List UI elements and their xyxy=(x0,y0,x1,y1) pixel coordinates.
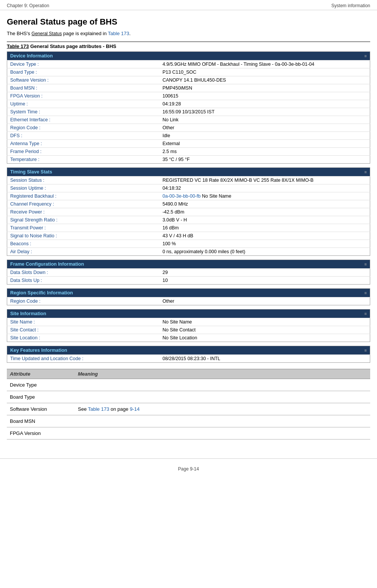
row-value: REGISTERED VC 18 Rate 8X/2X MIMO-B VC 25… xyxy=(160,176,370,184)
row-label: Antenna Type : xyxy=(7,140,160,148)
header-left: Chapter 9: Operation xyxy=(7,3,49,8)
meaning-page-link[interactable]: 9-14 xyxy=(130,406,140,412)
row-value: 29 xyxy=(160,269,370,277)
row-label: Board Type : xyxy=(7,68,160,76)
section-header-label-frame-configuration: Frame Configuration Information xyxy=(10,262,84,267)
section-collapse-icon-timing-slave-stats[interactable]: ≡ xyxy=(365,170,367,174)
meaning-row: Device Type xyxy=(7,379,370,391)
row-value: PMP450iMSN xyxy=(160,84,370,92)
section-collapse-icon-frame-configuration[interactable]: ≡ xyxy=(365,262,367,266)
section-table-region-specific: Region Specific Information≡Region Code … xyxy=(7,288,370,305)
meaning-value xyxy=(75,391,370,403)
footer-text: Page 9-14 xyxy=(178,466,199,472)
row-value: Idle xyxy=(160,132,370,140)
table-row: System Time :16:55:09 10/13/2015 IST xyxy=(7,108,370,116)
page-footer: Page 9-14 xyxy=(0,458,377,479)
section-table-frame-configuration: Frame Configuration Information≡Data Slo… xyxy=(7,260,370,285)
table-caption-title: General Status page attributes - BHS xyxy=(29,43,116,49)
meaning-row: Board MSN xyxy=(7,415,370,427)
table-row: Region Code :Other xyxy=(7,297,370,305)
intro-paragraph: The BHS's General Status page is explain… xyxy=(7,31,370,36)
row-value: 100 % xyxy=(160,240,370,248)
row-label: Signal Strength Ratio : xyxy=(7,216,160,224)
table-row: DFS :Idle xyxy=(7,132,370,140)
row-label: Region Code : xyxy=(7,297,160,305)
row-value: 16:55:09 10/13/2015 IST xyxy=(160,108,370,116)
meaning-row: Board Type xyxy=(7,391,370,403)
table-row: Uptime :04:19:28 xyxy=(7,100,370,108)
row-value: -42.5 dBm xyxy=(160,208,370,216)
row-value: 4.9/5.9GHz MIMO OFDM - Backhaul - Timing… xyxy=(160,60,370,68)
table-row: Beacons :100 % xyxy=(7,240,370,248)
info-tables-container: Device Information≡Device Type :4.9/5.9G… xyxy=(7,51,370,363)
section-header-label-timing-slave-stats: Timing Slave Stats xyxy=(10,169,52,175)
row-value: CANOPY 14.1 BHUL450-DES xyxy=(160,76,370,84)
section-collapse-icon-key-features[interactable]: ≡ xyxy=(365,348,367,353)
row-value: No Site Name xyxy=(160,318,370,326)
meaning-col-header: Meaning xyxy=(75,369,370,379)
table-row: FPGA Version :100615 xyxy=(7,92,370,100)
table-row: Device Type :4.9/5.9GHz MIMO OFDM - Back… xyxy=(7,60,370,68)
row-value: 16 dBm xyxy=(160,224,370,232)
table-row: Receive Power :-42.5 dBm xyxy=(7,208,370,216)
row-label: Transmit Power : xyxy=(7,224,160,232)
row-value: 04:19:28 xyxy=(160,100,370,108)
section-header-label-key-features: Key Features Information xyxy=(10,348,67,353)
row-label: Site Location : xyxy=(7,334,160,342)
meaning-link[interactable]: Table 173 xyxy=(88,406,109,412)
row-label: Beacons : xyxy=(7,240,160,248)
page-header: Chapter 9: Operation System information xyxy=(0,0,377,10)
meaning-col-header: Attribute xyxy=(7,369,75,379)
table-row: Antenna Type :External xyxy=(7,140,370,148)
row-value: 2.5 ms xyxy=(160,148,370,156)
table-row: Session Status :REGISTERED VC 18 Rate 8X… xyxy=(7,176,370,184)
section-collapse-icon-device-information[interactable]: ≡ xyxy=(365,54,367,58)
row-label: Time Updated and Location Code : xyxy=(7,355,160,363)
section-table-site-information: Site Information≡Site Name :No Site Name… xyxy=(7,309,370,342)
table-row: Signal to Noise Ratio :43 V / 43 H dB xyxy=(7,232,370,240)
table-row: Data Slots Up :10 xyxy=(7,277,370,285)
row-value: External xyxy=(160,140,370,148)
row-label: Signal to Noise Ratio : xyxy=(7,232,160,240)
section-header-label-region-specific: Region Specific Information xyxy=(10,290,73,296)
row-label: Data Slots Up : xyxy=(7,277,160,285)
row-value: 08/28/2015 08:23:30 - INTL xyxy=(160,355,370,363)
row-label: FPGA Version : xyxy=(7,92,160,100)
meaning-attribute: Software Version xyxy=(7,403,75,415)
row-label: Receive Power : xyxy=(7,208,160,216)
table-173-link[interactable]: Table 173 xyxy=(108,31,129,36)
row-label: DFS : xyxy=(7,132,160,140)
row-value: Other xyxy=(160,124,370,132)
table-row: Site Location :No Site Location xyxy=(7,334,370,342)
meaning-value: See Table 173 on page 9-14 xyxy=(75,403,370,415)
row-value: 0 ns, approximately 0.000 miles (0 feet) xyxy=(160,248,370,256)
meaning-row: FPGA Version xyxy=(7,427,370,439)
row-link[interactable]: 0a-00-3e-bb-00-fb xyxy=(163,193,201,199)
section-header-label-site-information: Site Information xyxy=(10,311,46,316)
section-collapse-icon-site-information[interactable]: ≡ xyxy=(365,311,367,316)
table-row: Registered Backhaul :0a-00-3e-bb-00-fb N… xyxy=(7,192,370,200)
row-label: Region Code : xyxy=(7,124,160,132)
table-row: Air Delay :0 ns, approximately 0.000 mil… xyxy=(7,248,370,256)
meaning-attribute: Board Type xyxy=(7,391,75,403)
row-label: Air Delay : xyxy=(7,248,160,256)
meaning-value xyxy=(75,415,370,427)
row-label: Temperature : xyxy=(7,156,160,164)
row-label: Channel Frequency : xyxy=(7,200,160,208)
row-value: P13 C110_SOC xyxy=(160,68,370,76)
intro-text-after: page is explained in xyxy=(62,31,108,36)
table-row: Site Contact :No Site Contact xyxy=(7,326,370,334)
table-row: Software Version :CANOPY 14.1 BHUL450-DE… xyxy=(7,76,370,84)
row-label: Device Type : xyxy=(7,60,160,68)
page-title: General Status page of BHS xyxy=(7,17,370,27)
meaning-attribute: FPGA Version xyxy=(7,427,75,439)
section-header-label-device-information: Device Information xyxy=(10,53,53,59)
row-value: 100615 xyxy=(160,92,370,100)
section-table-key-features: Key Features Information≡Time Updated an… xyxy=(7,346,370,363)
row-label: System Time : xyxy=(7,108,160,116)
row-label: Site Name : xyxy=(7,318,160,326)
meaning-table-container: AttributeMeaningDevice TypeBoard TypeSof… xyxy=(7,369,370,439)
row-label: Ethernet Interface : xyxy=(7,116,160,124)
section-table-timing-slave-stats: Timing Slave Stats≡Session Status :REGIS… xyxy=(7,167,370,256)
section-collapse-icon-region-specific[interactable]: ≡ xyxy=(365,291,367,295)
